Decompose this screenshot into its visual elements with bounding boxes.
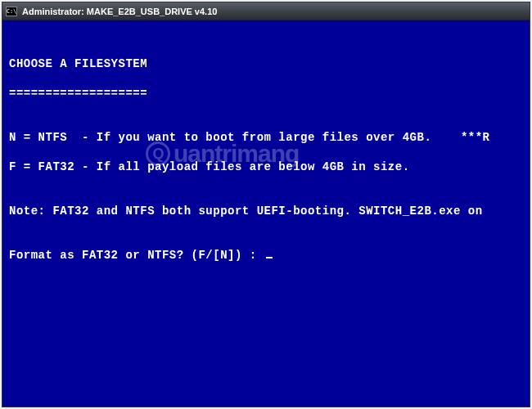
console-area[interactable]: CHOOSE A FILESYSTEM =================== … <box>2 20 530 407</box>
console-option-ntfs: N = NTFS - If you want to boot from larg… <box>9 130 523 145</box>
cursor[interactable] <box>266 257 273 258</box>
cmd-window: C:\ Administrator: MAKE_E2B_USB_DRIVE v4… <box>2 2 530 407</box>
window-title: Administrator: MAKE_E2B_USB_DRIVE v4.10 <box>22 7 217 16</box>
console-heading: CHOOSE A FILESYSTEM <box>9 56 523 71</box>
console-prompt-text: Format as FAT32 or NTFS? (F/[N]) : <box>9 249 264 262</box>
console-prompt-line: Format as FAT32 or NTFS? (F/[N]) : <box>9 248 523 263</box>
console-heading-underline: =================== <box>9 86 523 101</box>
titlebar[interactable]: C:\ Administrator: MAKE_E2B_USB_DRIVE v4… <box>2 2 530 20</box>
cmd-icon: C:\ <box>6 7 17 16</box>
cmd-icon-label: C:\ <box>7 8 17 15</box>
console-note: Note: FAT32 and NTFS both support UEFI-b… <box>9 204 523 218</box>
console-option-fat32: F = FAT32 - If all payload files are bel… <box>9 160 523 174</box>
